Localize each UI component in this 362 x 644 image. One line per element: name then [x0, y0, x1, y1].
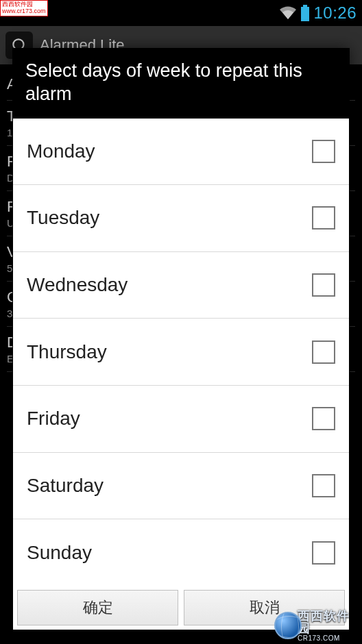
repeat-days-dialog: Select days of week to repeat this alarm…	[12, 48, 350, 630]
day-row-tuesday[interactable]: Tuesday	[13, 185, 349, 252]
day-row-saturday[interactable]: Saturday	[13, 453, 349, 520]
day-row-monday[interactable]: Monday	[13, 119, 349, 186]
status-bar: 10:26	[0, 0, 362, 26]
days-list: Monday Tuesday Wednesday Thursday Friday…	[13, 119, 349, 586]
day-row-sunday[interactable]: Sunday	[13, 519, 349, 586]
ok-button-label: 确定	[83, 597, 113, 618]
globe-icon	[274, 612, 302, 639]
day-label: Saturday	[27, 475, 104, 497]
battery-icon	[301, 5, 309, 21]
day-label: Friday	[27, 408, 80, 430]
top-watermark: 西西软件园 www.cr173.com	[0, 0, 48, 16]
top-watermark-line2: www.cr173.com	[2, 8, 46, 15]
day-checkbox[interactable]	[312, 273, 335, 297]
day-label: Sunday	[27, 542, 92, 564]
day-label: Thursday	[27, 341, 107, 363]
day-checkbox[interactable]	[312, 474, 335, 497]
day-checkbox[interactable]	[312, 541, 335, 565]
day-row-thursday[interactable]: Thursday	[13, 319, 349, 386]
day-row-friday[interactable]: Friday	[13, 386, 349, 453]
wifi-icon	[279, 6, 297, 20]
day-label: Monday	[27, 140, 95, 162]
bottom-watermark: 西西软件园 CR173.COM	[274, 611, 357, 640]
day-label: Tuesday	[27, 207, 99, 229]
bottom-watermark-line1: 西西软件园	[298, 610, 357, 634]
day-checkbox[interactable]	[312, 206, 335, 230]
ok-button[interactable]: 确定	[17, 590, 178, 626]
day-checkbox[interactable]	[312, 407, 335, 430]
status-clock: 10:26	[313, 3, 357, 23]
day-row-wednesday[interactable]: Wednesday	[13, 252, 349, 319]
day-checkbox[interactable]	[312, 140, 335, 163]
day-checkbox[interactable]	[312, 340, 335, 364]
dialog-title: Select days of week to repeat this alarm	[13, 49, 349, 119]
bottom-watermark-text: 西西软件园 CR173.COM	[298, 610, 357, 642]
day-label: Wednesday	[27, 274, 128, 296]
bottom-watermark-line2: CR173.COM	[298, 635, 357, 642]
